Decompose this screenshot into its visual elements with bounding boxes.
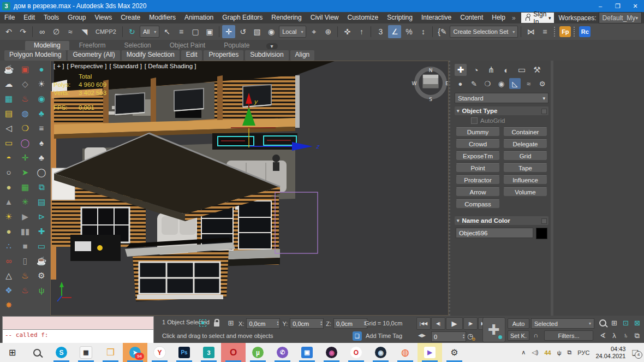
viewport-renderer-menu[interactable]: [ Standard ] xyxy=(109,63,141,69)
spinner-snap-icon[interactable]: ↕ xyxy=(416,25,430,38)
select-object-icon[interactable]: ↖ xyxy=(160,25,174,38)
select-rotate-icon[interactable]: ↺ xyxy=(236,25,249,38)
object-type-button[interactable]: Delegate xyxy=(503,139,547,149)
sign-in-dropdown[interactable]: Sign In ▾ xyxy=(521,13,554,23)
subtab-geometry[interactable]: ● xyxy=(455,78,466,89)
add-time-tag[interactable]: Add Time Tag xyxy=(366,333,402,339)
ribbon-group-button[interactable]: Align xyxy=(290,50,315,61)
object-type-button[interactable]: Grid xyxy=(503,151,547,161)
helper-category-dropdown[interactable]: Standard▾ xyxy=(455,93,548,103)
angle-snap-icon[interactable]: ∠ xyxy=(388,25,401,38)
viewport-shading-menu[interactable]: [ Default Shading ] xyxy=(145,63,196,69)
ribbon-group-button[interactable]: Edit xyxy=(181,50,202,61)
separator[interactable] xyxy=(521,26,521,37)
ribbon-config-icon[interactable]: ▾ xyxy=(266,43,278,49)
subtab-lights[interactable]: ❍ xyxy=(482,78,493,89)
menu-overflow-icon[interactable]: » xyxy=(510,14,518,22)
manipulate-icon[interactable]: ✜ xyxy=(341,25,354,38)
separator[interactable] xyxy=(371,26,371,37)
autogrid-checkbox[interactable] xyxy=(471,117,478,124)
menu-item[interactable]: Civil View xyxy=(306,12,343,23)
monitor-grid-icon[interactable]: ▤ xyxy=(33,194,50,209)
bulb-gear-icon[interactable]: ⚙ xyxy=(33,268,50,283)
ribbon-group-button[interactable]: Polygon Modeling xyxy=(4,50,66,61)
object-type-button[interactable]: Crowd xyxy=(456,139,500,149)
taskbar-explorer[interactable]: ❒ xyxy=(98,343,123,362)
key-filters-icon[interactable]: ∩ xyxy=(531,330,541,340)
select-scale-icon[interactable]: ▧ xyxy=(251,25,264,38)
arrow-export-icon[interactable]: ➤ xyxy=(17,165,33,180)
separator[interactable] xyxy=(337,26,338,37)
sphere-olive-icon[interactable]: ● xyxy=(1,180,17,194)
object-type-button[interactable]: Dummy xyxy=(456,127,500,137)
sun-icon[interactable]: ☀ xyxy=(33,76,50,91)
viewcube-north[interactable]: N xyxy=(429,68,433,73)
taskbar-photoshop[interactable]: Ps xyxy=(172,343,196,362)
water-drop-icon[interactable]: ◍ xyxy=(17,106,33,121)
kbd-override-icon[interactable]: {✎ xyxy=(436,25,449,38)
name-color-rollout-header[interactable]: Name and Color xyxy=(455,216,548,225)
start-button[interactable]: ⊞ xyxy=(0,343,25,362)
separator[interactable] xyxy=(432,26,433,37)
viewcube-west[interactable]: W xyxy=(412,81,417,86)
video-camera-icon[interactable]: ◉ xyxy=(33,91,50,106)
taskbar-calculator[interactable]: ▦ xyxy=(74,343,98,362)
ribbon-group-button[interactable]: Geometry (All) xyxy=(68,50,120,61)
gizmo-green-icon[interactable]: ✛ xyxy=(17,150,33,165)
camera-add-icon[interactable]: ✚ xyxy=(33,224,50,239)
ribbon-tab[interactable]: Populate xyxy=(215,41,258,50)
next-frame-button[interactable]: |▶ xyxy=(463,317,478,330)
orbit-icon[interactable]: ♄ xyxy=(620,329,631,342)
stop-icon[interactable]: ■ xyxy=(17,239,33,253)
pivot-toggle-icon[interactable]: ↑ xyxy=(355,25,368,38)
menu-item[interactable]: Help xyxy=(487,12,510,23)
rock-icon[interactable]: ❖ xyxy=(1,283,17,298)
monitor-frame-icon[interactable]: ▭ xyxy=(33,239,50,253)
trash-icon[interactable]: ▯ xyxy=(17,253,33,268)
unlink-icon[interactable]: ∅ xyxy=(50,25,63,38)
time-configuration-icon[interactable]: ◷⚙ xyxy=(467,332,478,340)
menu-item[interactable]: Tools xyxy=(39,12,63,23)
isolate-selection-icon[interactable]: ❑ xyxy=(353,331,362,341)
play-icon[interactable]: ▶ xyxy=(17,209,33,224)
viewport-pov-menu[interactable]: [ Perspective ] xyxy=(67,63,107,69)
separator[interactable] xyxy=(122,26,123,37)
viewport-scene[interactable]: y z N S E W xyxy=(51,61,448,315)
key-mode-toggle[interactable]: ◀▶ xyxy=(418,333,426,338)
fire-burst-icon[interactable]: ✸ xyxy=(1,298,17,312)
bind-spacewarp-icon[interactable]: ≈ xyxy=(64,25,77,38)
tab-display[interactable]: ▭ xyxy=(516,64,528,76)
grass-icon[interactable]: ψ xyxy=(33,283,50,298)
auto-key-button[interactable]: Auto xyxy=(508,318,529,329)
notification-center-icon[interactable]: ❏4 xyxy=(631,348,639,357)
cone-terrain-icon[interactable]: ▲ xyxy=(1,194,17,209)
object-type-button[interactable]: Container xyxy=(503,127,547,137)
microphone-icon[interactable]: ψ xyxy=(557,349,562,356)
taskbar-kmplayer[interactable]: ▶ xyxy=(418,343,442,362)
listener-pane[interactable]: -- called f: xyxy=(2,330,154,343)
cloud-icon[interactable]: ☁ xyxy=(1,76,17,91)
taskbar-music-player[interactable]: ◉ xyxy=(319,343,344,362)
ribbon-group-button[interactable]: Subdivision xyxy=(245,50,288,61)
menu-item[interactable]: Graph Editors xyxy=(218,12,267,23)
maxscript-mini-listener[interactable]: -- called f: xyxy=(0,316,155,343)
undo-icon[interactable]: ↶ xyxy=(2,25,15,38)
key-filter-dropdown[interactable]: Selected xyxy=(531,318,594,329)
object-type-button[interactable]: Arrow xyxy=(456,187,500,197)
sphere-soft-icon[interactable]: ○ xyxy=(1,165,17,180)
tray-chevron-icon[interactable]: ∧ xyxy=(521,349,526,356)
tab-utilities[interactable]: ⚒ xyxy=(531,64,543,76)
ribbon-tab[interactable]: Freeform xyxy=(70,41,115,50)
viewport-general-menu[interactable]: [ + ] xyxy=(53,63,64,69)
select-place-icon[interactable]: ◉ xyxy=(265,25,278,38)
object-type-rollout-header[interactable]: Object Type xyxy=(455,106,548,115)
menu-item[interactable]: Scripting xyxy=(383,12,417,23)
tree-list-icon[interactable]: ≡ xyxy=(33,121,50,135)
forest-trees-icon[interactable]: ♣ xyxy=(33,106,50,121)
taskbar-yandex[interactable]: Y xyxy=(147,343,172,362)
particles-icon[interactable]: ∴ xyxy=(1,239,17,253)
ribbon-tab[interactable]: Object Paint xyxy=(161,41,214,50)
molecule-icon[interactable]: ∞ xyxy=(1,253,17,268)
render-teapot-icon[interactable]: ☕ xyxy=(1,62,17,76)
maximize-button[interactable]: ❐ xyxy=(609,0,627,12)
